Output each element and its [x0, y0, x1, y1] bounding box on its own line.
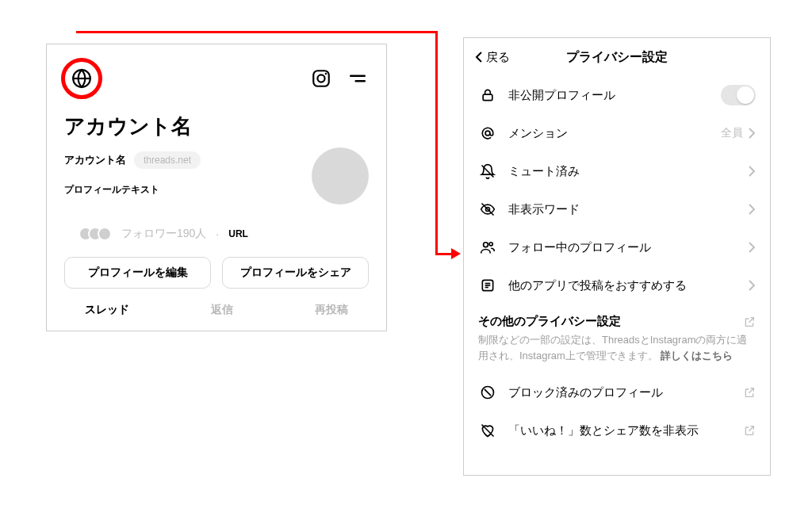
blocked-icon	[478, 383, 497, 402]
heart-off-icon	[478, 421, 497, 440]
privacy-settings-panel: 戻る プライバシー設定 非公開プロフィール メンション 全員 ミュート済み 非表…	[463, 37, 771, 476]
globe-icon	[71, 68, 92, 89]
svg-point-2	[317, 75, 324, 82]
tab-reposts[interactable]: 再投稿	[315, 303, 348, 317]
globe-icon-highlight[interactable]	[61, 58, 102, 99]
chevron-right-icon	[748, 241, 756, 254]
eye-off-icon	[478, 200, 497, 219]
svg-point-12	[489, 243, 492, 246]
at-icon	[478, 124, 497, 143]
people-icon	[478, 238, 497, 257]
followers-text: フォロワー190人	[121, 227, 206, 241]
mentions-value-trail: 全員	[721, 126, 756, 140]
row-label-mentions: メンション	[508, 126, 721, 141]
edit-profile-button[interactable]: プロフィールを編集	[64, 257, 211, 289]
back-button[interactable]: 戻る	[475, 50, 510, 65]
chevron-right-icon	[748, 127, 756, 140]
threads-net-badge[interactable]: threads.net	[134, 151, 201, 169]
back-label: 戻る	[486, 50, 510, 65]
row-label-following: フォロー中のプロフィール	[508, 240, 748, 255]
private-profile-toggle[interactable]	[721, 85, 756, 105]
username-label: アカウント名	[64, 153, 126, 167]
row-mentions[interactable]: メンション 全員	[464, 114, 770, 152]
row-muted[interactable]: ミュート済み	[464, 152, 770, 190]
annotation-arrow	[76, 31, 438, 33]
row-blocked[interactable]: ブロック済みのプロフィール	[464, 373, 770, 411]
annotation-arrow-head	[451, 248, 461, 259]
annotation-arrow	[435, 31, 438, 255]
row-following-profiles[interactable]: フォロー中のプロフィール	[464, 228, 770, 266]
external-link-icon	[743, 424, 756, 437]
profile-buttons-row: プロフィールを編集 プロフィールをシェア	[64, 257, 369, 289]
profile-tabs: スレッド 返信 再投稿	[64, 303, 369, 317]
followers-row[interactable]: フォロワー190人 · URL	[79, 227, 369, 241]
svg-line-18	[485, 389, 491, 396]
lock-icon	[478, 86, 497, 105]
external-link-icon	[743, 386, 756, 399]
chevron-right-icon	[748, 279, 756, 292]
display-name: アカウント名	[64, 113, 369, 140]
profile-top-row	[64, 59, 369, 98]
row-hidden-words[interactable]: 非表示ワード	[464, 190, 770, 228]
chevron-right-icon	[748, 203, 756, 216]
svg-point-7	[485, 131, 490, 136]
chevron-left-icon	[475, 51, 483, 63]
row-label-suggest: 他のアプリで投稿をおすすめする	[508, 278, 748, 293]
profile-panel: アカウント名 アカウント名 threads.net プロフィールテキスト フォロ…	[46, 44, 387, 331]
svg-rect-6	[483, 94, 492, 101]
share-profile-button[interactable]: プロフィールをシェア	[222, 257, 369, 289]
menu-icon[interactable]	[347, 67, 369, 90]
svg-point-11	[484, 243, 488, 247]
separator-dot: ·	[216, 228, 219, 240]
other-privacy-more-link[interactable]: 詳しくはこちら	[661, 350, 733, 362]
row-suggest-other-apps[interactable]: 他のアプリで投稿をおすすめする	[464, 266, 770, 304]
row-label-private: 非公開プロフィール	[508, 88, 721, 103]
row-private-profile[interactable]: 非公開プロフィール	[464, 76, 770, 114]
chevron-right-icon	[748, 165, 756, 178]
row-hide-likes[interactable]: 「いいね！」数とシェア数を非表示	[464, 411, 770, 450]
row-label-hidden-words: 非表示ワード	[508, 202, 748, 217]
svg-point-3	[325, 73, 327, 75]
row-label-hide-likes: 「いいね！」数とシェア数を非表示	[508, 423, 743, 438]
row-label-blocked: ブロック済みのプロフィール	[508, 385, 743, 400]
external-link-icon	[743, 316, 756, 328]
mentions-value: 全員	[721, 126, 743, 140]
instagram-icon[interactable]	[310, 67, 332, 90]
tab-threads[interactable]: スレッド	[85, 303, 129, 317]
other-privacy-header-row[interactable]: その他のプライバシー設定	[464, 304, 770, 332]
other-privacy-desc: 制限などの一部の設定は、ThreadsとInstagramの両方に適用され、In…	[464, 332, 770, 373]
tab-replies[interactable]: 返信	[211, 303, 233, 317]
row-label-muted: ミュート済み	[508, 164, 748, 179]
avatar[interactable]	[312, 147, 369, 205]
follower-avatars	[79, 227, 112, 241]
profile-top-right-icons	[310, 67, 369, 90]
list-icon	[478, 276, 497, 295]
bell-off-icon	[478, 162, 497, 181]
privacy-header: 戻る プライバシー設定	[464, 38, 770, 76]
other-privacy-header: その他のプライバシー設定	[478, 314, 743, 329]
profile-url[interactable]: URL	[228, 228, 248, 239]
